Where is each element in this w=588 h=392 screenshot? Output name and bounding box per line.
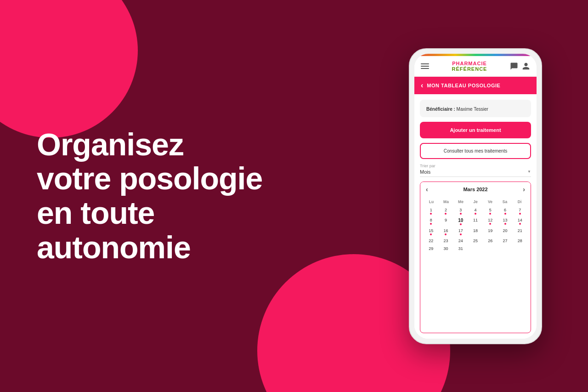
bg-circle-top-left (0, 0, 138, 138)
calendar-header: ‹ Mars 2022 › (420, 182, 531, 197)
calendar-day[interactable]: 3 (454, 207, 468, 216)
calendar-day[interactable]: 2 (439, 207, 452, 216)
logo-line1: PHARMACIE (452, 61, 487, 66)
calendar-dot (475, 213, 476, 215)
calendar-dot (519, 213, 521, 215)
calendar-day[interactable]: 7 (513, 207, 527, 216)
calendar-dot (445, 213, 447, 215)
phone-content: Bénéficiaire : Maxime Tessier Ajouter un… (414, 94, 537, 339)
phone-header: PHARMACIE RÉFÉRENCE (414, 56, 537, 77)
calendar-dot (460, 233, 462, 235)
calendar-dot (430, 213, 432, 215)
calendar-day[interactable]: 19 (483, 227, 497, 237)
beneficiaire-name: Maxime Tessier (457, 107, 488, 112)
logo-line2: RÉFÉRENCE (452, 66, 487, 72)
calendar-month-year: Mars 2022 (463, 187, 487, 192)
calendar-dot (489, 223, 491, 225)
sort-dropdown[interactable]: Mois ▼ (420, 169, 531, 177)
calendar-day[interactable]: 24 (454, 238, 468, 244)
calendar-day[interactable]: 16 (439, 227, 452, 237)
calendar-day-name: Di (512, 199, 527, 205)
calendar-dot (504, 213, 506, 215)
nav-title: MON TABLEAU POSOLOGIE (427, 83, 500, 88)
calendar-day[interactable]: 5 (483, 207, 497, 216)
calendar-dot (489, 213, 491, 215)
calendar-day[interactable]: 21 (513, 227, 527, 237)
calendar-dot (519, 223, 521, 225)
calendar-day[interactable]: 17 (454, 227, 468, 237)
calendar-day[interactable]: 15 (424, 227, 438, 237)
calendar-day[interactable]: 10 (454, 217, 468, 227)
calendar-dot (430, 223, 432, 225)
calendar-day-names: LuMaMeJeVeSaDi (424, 199, 527, 205)
calendar-day[interactable]: 25 (469, 238, 482, 244)
dropdown-arrow-icon: ▼ (527, 170, 531, 174)
calendar-day-name: Ma (439, 199, 453, 205)
calendar-day-name: Me (453, 199, 468, 205)
back-arrow[interactable]: ‹ (421, 81, 423, 90)
phone-screen: PHARMACIE RÉFÉRENCE ‹ MON TABLEAU POSOLO… (414, 54, 537, 339)
hero-section: Organisez votre posologie en toute auton… (37, 127, 303, 265)
calendar-day[interactable]: 1 (424, 207, 438, 216)
calendar-dot (445, 233, 447, 235)
calendar-day[interactable]: 8 (424, 217, 438, 227)
calendar-day-name: Lu (424, 199, 439, 205)
calendar-day[interactable]: 23 (439, 238, 452, 244)
hero-line2: votre posologie (37, 161, 262, 196)
calendar-day[interactable]: 12 (483, 217, 497, 227)
calendar-dot (430, 233, 432, 235)
calendar-day[interactable]: 14 (513, 217, 527, 227)
calendar-day-name: Je (468, 199, 483, 205)
phone-frame: PHARMACIE RÉFÉRENCE ‹ MON TABLEAU POSOLO… (409, 48, 542, 344)
calendar-day[interactable]: 18 (469, 227, 482, 237)
calendar: ‹ Mars 2022 › LuMaMeJeVeSaDi 12345678910… (420, 182, 531, 333)
phone-mockup: PHARMACIE RÉFÉRENCE ‹ MON TABLEAU POSOLO… (409, 48, 542, 344)
sort-value: Mois (420, 169, 430, 175)
calendar-day[interactable]: 29 (424, 245, 438, 252)
calendar-day-name: Ve (483, 199, 498, 205)
calendar-next-button[interactable]: › (523, 186, 525, 193)
chat-icon[interactable] (510, 62, 518, 70)
calendar-day[interactable]: 22 (424, 238, 438, 244)
calendar-day[interactable]: 11 (469, 217, 482, 227)
calendar-day-name: Sa (498, 199, 512, 205)
calendar-day (469, 245, 482, 252)
calendar-dot (460, 213, 462, 215)
hero-line3: en toute autonomie (37, 196, 191, 265)
calendar-day[interactable]: 13 (498, 217, 512, 227)
calendar-day (513, 245, 527, 252)
add-treatment-button[interactable]: Ajouter un traitement (420, 122, 531, 138)
pink-nav-bar: ‹ MON TABLEAU POSOLOGIE (414, 77, 537, 94)
calendar-day[interactable]: 6 (498, 207, 512, 216)
calendar-day[interactable]: 9 (439, 217, 452, 227)
sort-label: Trier par (420, 164, 531, 168)
beneficiaire-label: Bénéficiaire : (426, 107, 455, 112)
calendar-days: 1234567891011121314151617181920212223242… (424, 207, 527, 252)
calendar-day[interactable]: 4 (469, 207, 482, 216)
calendar-day[interactable]: 26 (483, 238, 497, 244)
calendar-dot (504, 223, 506, 225)
menu-icon[interactable] (421, 63, 429, 69)
calendar-day[interactable]: 31 (454, 245, 468, 252)
calendar-dot (460, 223, 462, 225)
beneficiaire-text: Bénéficiaire : Maxime Tessier (426, 107, 488, 112)
calendar-day[interactable]: 30 (439, 245, 452, 252)
calendar-grid: LuMaMeJeVeSaDi 1234567891011121314151617… (420, 197, 531, 256)
consult-treatments-button[interactable]: Consulter tous mes traitements (420, 143, 531, 159)
pharmacie-logo: PHARMACIE RÉFÉRENCE (452, 61, 487, 72)
calendar-prev-button[interactable]: ‹ (426, 186, 428, 193)
beneficiaire-box: Bénéficiaire : Maxime Tessier (420, 100, 531, 117)
sort-section: Trier par Mois ▼ (420, 164, 531, 177)
calendar-day (498, 245, 512, 252)
header-icons (510, 62, 530, 70)
hero-title: Organisez votre posologie en toute auton… (37, 127, 303, 265)
calendar-day[interactable]: 27 (498, 238, 512, 244)
calendar-day[interactable]: 28 (513, 238, 527, 244)
user-icon[interactable] (522, 62, 530, 70)
calendar-day[interactable]: 20 (498, 227, 512, 237)
hero-line1: Organisez (37, 127, 184, 162)
calendar-day (483, 245, 497, 252)
